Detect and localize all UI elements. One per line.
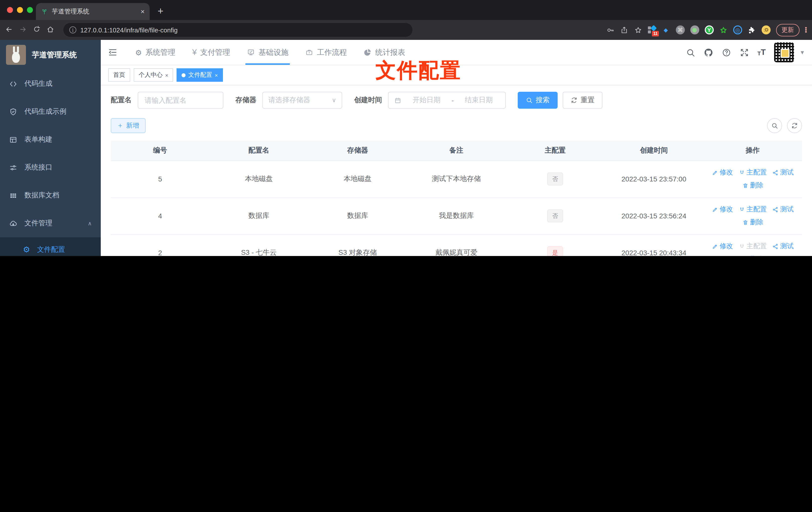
avatar-caret-icon[interactable]: ▼ xyxy=(800,49,805,55)
favicon-plant-icon xyxy=(41,8,48,15)
sidebar-item-label: 表单构建 xyxy=(24,135,52,144)
sidebar-item-form-builder[interactable]: 表单构建 xyxy=(0,126,101,154)
test-button[interactable]: 测试 xyxy=(772,205,794,214)
search-button[interactable]: 搜索 xyxy=(518,92,558,109)
profile-avatar-emoji[interactable]: :D xyxy=(762,25,771,34)
browser-chrome: 芋道管理系统 × + i 127.0.0.1:1024/infra/file/f… xyxy=(0,0,812,40)
browser-menu-icon[interactable]: ••• xyxy=(805,27,807,33)
date-range-picker[interactable]: 开始日期 - 结束日期 xyxy=(388,92,506,109)
code-icon xyxy=(9,80,18,88)
sidebar-logo[interactable]: 芋道管理系统 xyxy=(0,40,101,70)
extensions-puzzle-icon[interactable] xyxy=(748,26,756,34)
cloud-download-icon xyxy=(9,219,18,228)
tab-system-management[interactable]: ⚙ 系统管理 xyxy=(129,40,182,65)
search-icon xyxy=(526,97,533,104)
home-button[interactable] xyxy=(47,25,54,35)
share-icon[interactable] xyxy=(620,26,629,34)
show-search-button[interactable] xyxy=(767,118,782,133)
test-button[interactable]: 测试 xyxy=(772,168,794,177)
cell-remark: 戴佩妮真可爱 xyxy=(407,234,506,256)
sidebar-item-code-example[interactable]: 代码生成示例 xyxy=(0,98,101,126)
main-area: 文件配置 ⚙ 系统管理 ¥ 支付管理 基础设施 xyxy=(101,40,812,256)
tab-close-icon[interactable]: × xyxy=(141,7,145,16)
user-avatar[interactable] xyxy=(774,42,794,62)
back-button[interactable] xyxy=(5,25,13,35)
sidebar-item-system-api[interactable]: 系统接口 xyxy=(0,154,101,181)
tag-close-icon[interactable]: × xyxy=(165,72,168,78)
cell-id: 4 xyxy=(111,198,209,234)
pencil-icon xyxy=(712,169,718,176)
maximize-window-button[interactable] xyxy=(27,7,33,13)
table-row: 5 本地磁盘 本地磁盘 测试下本地存储 否 2022-03-15 23:57:0… xyxy=(111,160,802,198)
cell-actions: 修改 主配置 测试 删除 xyxy=(703,160,802,198)
briefcase-icon xyxy=(306,48,314,56)
extension-green-dot-icon[interactable] xyxy=(690,25,699,34)
password-key-icon[interactable] xyxy=(606,26,614,34)
tag-close-icon[interactable]: × xyxy=(215,72,218,78)
new-tab-button[interactable]: + xyxy=(157,5,163,17)
delete-button[interactable]: 删除 xyxy=(742,218,763,227)
bookmark-star-icon[interactable] xyxy=(634,26,642,34)
magnet-icon xyxy=(739,169,745,176)
cell-created: 2022-03-15 20:43:34 xyxy=(605,234,703,256)
cell-actions: 修改 主配置 测试 删除 xyxy=(703,198,802,234)
add-button[interactable]: 新增 xyxy=(111,118,146,133)
extension-tiles-icon[interactable]: 11 xyxy=(648,26,656,34)
extension-command-icon[interactable]: ⌘ xyxy=(676,25,685,34)
test-button[interactable]: 测试 xyxy=(772,242,794,251)
delete-button[interactable]: 删除 xyxy=(742,255,763,256)
table-row: 2 S3 - 七牛云 S3 对象存储 戴佩妮真可爱 是 2022-03-15 2… xyxy=(111,234,802,256)
edit-button[interactable]: 修改 xyxy=(712,205,733,214)
sidebar-toggle-icon[interactable] xyxy=(108,48,118,57)
fullscreen-icon[interactable] xyxy=(740,48,749,57)
search-button-label: 搜索 xyxy=(536,96,550,105)
extension-star-icon[interactable] xyxy=(719,26,728,34)
github-icon[interactable] xyxy=(703,48,713,57)
reset-button[interactable]: 重置 xyxy=(562,92,603,109)
set-master-button[interactable]: 主配置 xyxy=(739,168,767,177)
reload-button[interactable] xyxy=(33,25,40,34)
screen: 芋道管理系统 × + i 127.0.0.1:1024/infra/file/f… xyxy=(0,0,812,256)
cell-storage: 数据库 xyxy=(308,198,407,234)
sidebar-item-db-doc[interactable]: 数据库文档 xyxy=(0,181,101,209)
help-icon[interactable] xyxy=(722,48,731,57)
sidebar-submenu-file: ⚙ 文件配置 文件列表 xyxy=(0,237,101,256)
close-window-button[interactable] xyxy=(7,7,13,13)
sidebar-item-file-config[interactable]: ⚙ 文件配置 xyxy=(0,237,101,256)
refresh-table-button[interactable] xyxy=(787,118,802,133)
browser-tab[interactable]: 芋道管理系统 × xyxy=(36,3,150,20)
tab-infrastructure[interactable]: 基础设施 xyxy=(241,40,295,65)
search-icon[interactable] xyxy=(686,48,695,57)
top-menu-label: 工作流程 xyxy=(317,48,347,57)
extension-y-icon[interactable]: Y xyxy=(705,25,714,34)
tag-file-config[interactable]: 文件配置 × xyxy=(177,68,223,82)
storage-select[interactable]: 请选择存储器 ∨ xyxy=(262,92,342,109)
tab-workflow[interactable]: 工作流程 xyxy=(299,40,353,65)
address-bar[interactable]: i 127.0.0.1:1024/infra/file/file-config xyxy=(63,23,412,37)
edit-button[interactable]: 修改 xyxy=(712,168,733,177)
cell-name: 数据库 xyxy=(209,198,308,234)
col-name: 配置名 xyxy=(209,141,308,160)
sidebar-item-label: 代码生成 xyxy=(24,79,52,88)
tag-profile[interactable]: 个人中心 × xyxy=(134,68,173,82)
sidebar-item-file-management[interactable]: 文件管理 ∧ xyxy=(0,209,101,237)
tab-payment-management[interactable]: ¥ 支付管理 xyxy=(186,40,237,65)
config-name-input[interactable] xyxy=(144,96,218,105)
sidebar-item-code-gen[interactable]: 代码生成 xyxy=(0,70,101,98)
table-tools xyxy=(767,118,802,133)
set-master-button[interactable]: 主配置 xyxy=(739,205,767,214)
extension-drop-icon[interactable]: ◆ xyxy=(661,25,670,34)
minimize-window-button[interactable] xyxy=(17,7,23,13)
update-button[interactable]: 更新 xyxy=(776,24,800,36)
calendar-icon xyxy=(394,96,402,104)
font-size-icon[interactable]: TT xyxy=(757,48,765,56)
edit-button[interactable]: 修改 xyxy=(712,242,733,251)
filter-storage-label: 存储器 xyxy=(235,96,256,105)
sidebar-item-label: 文件配置 xyxy=(37,245,65,254)
delete-button[interactable]: 删除 xyxy=(742,181,763,190)
master-tag: 是 xyxy=(547,246,563,256)
site-info-icon[interactable]: i xyxy=(69,26,76,33)
extension-eye-icon[interactable]: ◎ xyxy=(733,25,742,34)
forward-button[interactable] xyxy=(19,25,27,35)
tag-home[interactable]: 首页 xyxy=(108,68,130,82)
